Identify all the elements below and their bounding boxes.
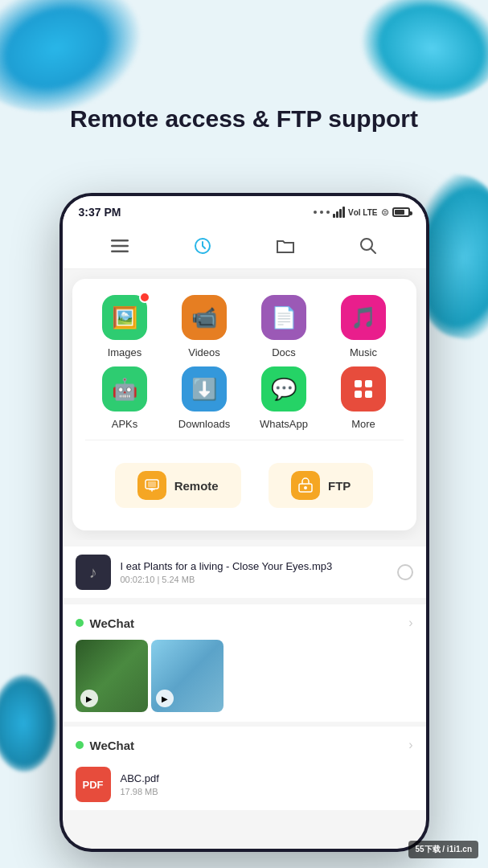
grid-item-whatsapp[interactable]: 💬 WhatsApp <box>252 366 316 430</box>
svg-rect-8 <box>355 391 362 398</box>
wechat-section-1-name: WeChat <box>90 616 135 630</box>
wechat-section-2-name: WeChat <box>90 739 135 752</box>
grid-item-more[interactable]: More <box>331 366 396 430</box>
music-icon-bg: 🎵 <box>341 295 386 340</box>
phone-frame: 3:37 PM Vоl LTE ⊜ <box>59 193 429 852</box>
ftp-button[interactable]: FTP <box>269 463 373 508</box>
grid-item-videos[interactable]: 📹 Videos <box>172 295 236 358</box>
grid-item-downloads[interactable]: ⬇️ Downloads <box>172 366 236 430</box>
signal-bar-1 <box>333 214 335 218</box>
svg-rect-11 <box>148 481 156 487</box>
pdf-file-info: ABC.pdf 17.98 MB <box>121 772 413 797</box>
status-dot3 <box>326 211 330 214</box>
whatsapp-label: WhatsApp <box>260 418 308 430</box>
pdf-file-size: 17.98 MB <box>121 787 413 796</box>
pdf-icon: PDF <box>76 767 111 802</box>
divider <box>85 440 404 440</box>
music-radio[interactable] <box>397 564 413 580</box>
battery-fill <box>395 210 405 215</box>
wechat-section-1-header[interactable]: WeChat › <box>63 604 426 637</box>
more-label: More <box>351 418 375 430</box>
search-icon[interactable] <box>354 231 383 260</box>
grid-item-docs[interactable]: 📄 Docs <box>252 295 316 358</box>
music-icon: 🎵 <box>351 305 376 330</box>
music-note-icon: ♪ <box>89 563 97 582</box>
nav-bar <box>63 223 426 269</box>
grid-row-2: 🤖 APKs ⬇️ Downloads 💬 WhatsApp <box>85 366 404 430</box>
status-dot1 <box>314 211 317 214</box>
svg-rect-2 <box>111 251 129 253</box>
downloads-icon: ⬇️ <box>191 377 217 402</box>
grid-item-music[interactable]: 🎵 Music <box>331 295 396 358</box>
svg-line-5 <box>371 248 375 253</box>
play-overlay-2: ▶ <box>156 690 174 707</box>
images-icon: 🖼️ <box>112 305 137 330</box>
watermark: 55下载 / i1i1.cn <box>408 841 478 858</box>
more-grid-icon <box>352 378 375 400</box>
grid-item-apks[interactable]: 🤖 APKs <box>92 366 157 430</box>
signal-bar-3 <box>339 209 342 218</box>
bottom-actions: Remote FTP <box>85 450 404 514</box>
more-icon-bg <box>341 366 386 411</box>
wifi-icon: ⊜ <box>381 207 389 218</box>
ftp-label: FTP <box>328 479 351 493</box>
apks-label: APKs <box>112 418 138 430</box>
history-icon[interactable] <box>188 231 217 260</box>
wechat-section-1-label-group: WeChat <box>76 616 135 630</box>
wechat-chevron-2: › <box>408 738 412 752</box>
file-list: ♪ I eat Plants for a living - Close Your… <box>63 540 426 817</box>
play-overlay-1: ▶ <box>80 690 98 707</box>
remote-button[interactable]: Remote <box>115 463 241 508</box>
page-title: Remote access & FTP support <box>0 104 488 133</box>
apks-icon-bg: 🤖 <box>102 366 147 411</box>
remote-icon <box>137 471 166 500</box>
svg-rect-0 <box>111 240 129 242</box>
svg-rect-1 <box>111 245 129 248</box>
docs-label: Docs <box>272 346 296 358</box>
images-label: Images <box>108 346 142 358</box>
docs-icon-bg: 📄 <box>261 295 306 340</box>
signal-bar-2 <box>336 211 338 218</box>
wechat-chevron-1: › <box>408 616 412 630</box>
apks-icon: 🤖 <box>112 377 137 402</box>
quick-access-panel: 🖼️ Images 📹 Videos 📄 Docs <box>72 279 416 530</box>
status-icons: Vоl LTE ⊜ <box>314 207 409 218</box>
folder-icon[interactable] <box>271 231 300 260</box>
music-thumbnail: ♪ <box>76 555 111 590</box>
signal-bar-4 <box>342 207 345 218</box>
gallery-image-green[interactable]: ▶ <box>76 640 148 712</box>
whatsapp-icon: 💬 <box>271 377 297 402</box>
grid-row-1: 🖼️ Images 📹 Videos 📄 Docs <box>85 295 404 358</box>
battery-icon <box>392 207 410 217</box>
music-size: 5.24 MB <box>162 575 195 584</box>
svg-rect-6 <box>355 380 362 387</box>
images-icon-bg: 🖼️ <box>102 295 147 340</box>
ftp-icon <box>291 471 320 500</box>
gallery-image-blue[interactable]: ▶ <box>151 640 223 712</box>
downloads-icon-bg: ⬇️ <box>182 366 227 411</box>
status-dot2 <box>320 211 323 214</box>
bg-splash-top-right <box>347 0 488 121</box>
bg-splash-bottom-left <box>0 675 56 772</box>
wechat-section-2-label-group: WeChat <box>76 739 135 752</box>
gallery-row: ▶ ▶ <box>63 637 426 722</box>
whatsapp-icon-bg: 💬 <box>261 366 306 411</box>
remote-label: Remote <box>174 479 219 493</box>
svg-point-15 <box>304 486 307 489</box>
music-file-meta: 00:02:10 | 5.24 MB <box>121 575 397 584</box>
grid-item-images[interactable]: 🖼️ Images <box>92 295 157 358</box>
music-label: Music <box>350 346 377 358</box>
music-file-info: I eat Plants for a living - Close Your E… <box>121 560 397 585</box>
music-file-item[interactable]: ♪ I eat Plants for a living - Close Your… <box>63 547 426 598</box>
wechat-dot-1 <box>76 619 84 627</box>
videos-label: Videos <box>188 346 220 358</box>
vol-lte-text: Vоl LTE <box>348 208 377 217</box>
music-file-name: I eat Plants for a living - Close Your E… <box>121 560 397 574</box>
pdf-file-item[interactable]: PDF ABC.pdf 17.98 MB <box>63 759 426 810</box>
status-bar: 3:37 PM Vоl LTE ⊜ <box>63 196 426 223</box>
phone-screen: 3:37 PM Vоl LTE ⊜ <box>63 196 426 849</box>
music-duration: 00:02:10 <box>121 575 155 584</box>
images-badge <box>139 292 150 303</box>
wechat-section-2-header[interactable]: WeChat › <box>63 727 426 759</box>
menu-icon[interactable] <box>105 231 134 260</box>
